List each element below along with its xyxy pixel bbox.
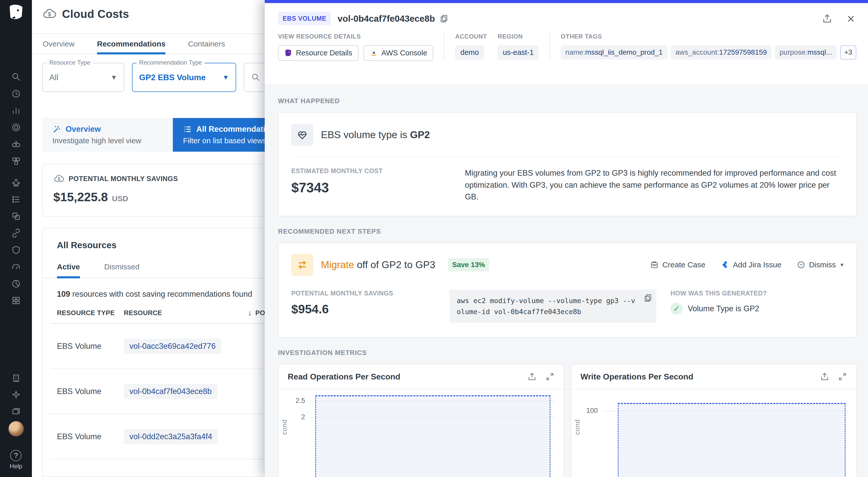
savings-currency: USD: [112, 194, 128, 203]
cli-command: aws ec2 modify-volume --volume-type gp3 …: [457, 295, 639, 317]
column-potential-savings[interactable]: ↓POTENTIAL SAVINGS: [248, 308, 265, 317]
tag[interactable]: name:mssql_iis_demo_prod_1: [561, 45, 667, 59]
caret-down-icon: ▼: [215, 73, 229, 82]
help-label[interactable]: Help: [10, 463, 22, 470]
expand-icon[interactable]: [838, 372, 847, 381]
tab-dismissed[interactable]: Dismissed: [104, 263, 140, 278]
column-resource[interactable]: RESOURCE: [124, 309, 234, 317]
resource-link[interactable]: vol-0acc3e69ca42ed776: [124, 338, 221, 354]
aws-console-button[interactable]: a AWS Console: [364, 45, 433, 61]
investigation-metrics-heading: INVESTIGATION METRICS: [278, 349, 857, 357]
cubes-icon[interactable]: [11, 156, 21, 166]
view-card-all-recommendations[interactable]: All Recommendations Filter on list based…: [173, 118, 265, 152]
region-value[interactable]: us-east-1: [498, 45, 539, 60]
more-tags-button[interactable]: +3: [840, 46, 856, 59]
dismiss-circle-icon: [797, 261, 805, 269]
create-case-button[interactable]: Create Case: [650, 261, 705, 269]
account-value[interactable]: demo: [455, 45, 484, 60]
dismiss-button[interactable]: Dismiss ▾: [797, 261, 843, 269]
resource-type-select[interactable]: Resource Type All ▼: [42, 63, 124, 92]
export-icon[interactable]: [527, 372, 537, 381]
resource-detail-panel: EBS VOLUME vol-0b4caf7fe043ece8b × VIEW …: [265, 0, 868, 477]
add-jira-issue-button[interactable]: Add Jira Issue: [721, 261, 781, 269]
export-icon[interactable]: [822, 13, 832, 24]
recommendation-type-label: Recommendation Type: [136, 59, 205, 66]
cluster-icon[interactable]: [11, 178, 21, 187]
read-ops-chart-card: Read Operations Per Second cond 2.5 2: [278, 364, 564, 477]
resource-link[interactable]: vol-0dd2ec3a25a3fa4f4: [124, 429, 218, 444]
table-row[interactable]: EBS Volume vol-0acc3e69ca42ed776: [50, 324, 265, 369]
windows-icon[interactable]: [11, 211, 21, 221]
chart-title: Write Operations Per Second: [581, 372, 693, 382]
cloud-dollar-icon: $: [53, 173, 65, 184]
log-list-icon[interactable]: [11, 195, 21, 204]
help-icon[interactable]: ?: [10, 450, 22, 461]
event-title: EBS volume type is GP2: [321, 129, 430, 141]
what-happened-card: EBS volume type is GP2 ESTIMATED MONTHLY…: [278, 112, 857, 216]
resource-details-button[interactable]: Resource Details: [278, 45, 359, 61]
potential-savings-card: $ POTENTIAL MONTHLY SAVINGS $15,225.8 US…: [42, 164, 265, 216]
view-card-title: All Recommendations: [196, 125, 265, 134]
list-icon: [183, 125, 192, 134]
tab-active[interactable]: Active: [57, 263, 80, 278]
bar-chart-icon[interactable]: [11, 106, 21, 115]
view-card-title: Overview: [66, 125, 101, 134]
app-sidebar: ? Help: [0, 0, 32, 477]
savings-label: POTENTIAL MONTHLY SAVINGS: [69, 175, 178, 183]
y-axis-label: cond: [574, 419, 581, 435]
tab-recommendations[interactable]: Recommendations: [97, 34, 165, 54]
svg-text:$: $: [58, 176, 60, 181]
aws-icon: a: [370, 49, 378, 57]
view-card-overview[interactable]: Overview Investigate high level view: [42, 118, 173, 152]
sparkle-icon[interactable]: [11, 390, 21, 400]
what-happened-heading: WHAT HAPPENED: [278, 97, 857, 105]
table-row[interactable]: EBS Volume vol-0b4caf7fe043ece8b: [50, 369, 265, 414]
view-card-subtitle: Investigate high level view: [52, 137, 163, 145]
search-icon: [251, 72, 261, 82]
page-tabs: Overview Recommendations Containers: [32, 33, 265, 54]
column-resource-type[interactable]: RESOURCE TYPE: [57, 309, 124, 317]
datadog-logo-icon[interactable]: [6, 3, 26, 23]
shield-icon[interactable]: [11, 245, 21, 255]
all-resources-card: All Resources Active Dismissed 109 resou…: [42, 228, 265, 477]
wand-icon: [52, 125, 62, 134]
gauge-icon[interactable]: [11, 262, 21, 272]
recommendation-type-value: GP2 EBS Volume: [139, 73, 206, 82]
copy-icon[interactable]: [440, 14, 448, 23]
table-row[interactable]: EBS Volume vol-0dd2ec3a25a3fa4f4: [50, 414, 265, 459]
grid-icon[interactable]: [11, 296, 21, 305]
divider: [549, 33, 550, 61]
potential-savings-label: POTENTIAL MONTHLY SAVINGS: [291, 290, 436, 297]
write-ops-plot[interactable]: cond 100: [571, 390, 857, 477]
link-icon[interactable]: [11, 228, 21, 238]
recommendation-type-select[interactable]: Recommendation Type GP2 EBS Volume ▼: [132, 63, 236, 92]
next-steps-heading: RECOMMENDED NEXT STEPS: [278, 228, 857, 235]
read-ops-plot[interactable]: cond 2.5 2: [279, 390, 564, 477]
binoculars-icon[interactable]: [11, 140, 21, 149]
copy-icon[interactable]: [644, 294, 652, 302]
layers-icon[interactable]: [11, 407, 21, 417]
resource-link[interactable]: vol-0b4caf7fe043ece8b: [124, 384, 217, 399]
target-icon[interactable]: [11, 123, 21, 132]
tag[interactable]: aws_account:172597598159: [671, 45, 772, 59]
generated-reason: Volume Type is GP2: [688, 304, 759, 313]
resources-table: RESOURCE TYPE RESOURCE ↓POTENTIAL SAVING…: [50, 308, 265, 459]
user-avatar[interactable]: [8, 421, 24, 437]
generated-label: HOW WAS THIS GENERATED?: [671, 290, 843, 297]
chart-title: Read Operations Per Second: [288, 372, 400, 382]
filter-search-input[interactable]: Filter: [244, 63, 265, 92]
tag[interactable]: purpose:mssql...: [775, 45, 837, 59]
tab-containers[interactable]: Containers: [188, 34, 225, 54]
close-icon[interactable]: ×: [847, 12, 855, 25]
search-icon[interactable]: [11, 72, 21, 82]
clock-icon[interactable]: [11, 89, 21, 98]
caret-down-icon: ▼: [103, 73, 117, 82]
y-tick: 2: [288, 413, 305, 421]
migrate-swap-icon: [291, 254, 313, 276]
potential-savings-value: $954.6: [291, 302, 436, 316]
building-icon[interactable]: [11, 373, 21, 383]
export-icon[interactable]: [820, 372, 829, 381]
tab-overview[interactable]: Overview: [43, 34, 74, 54]
pie-icon[interactable]: [11, 279, 21, 289]
expand-icon[interactable]: [545, 372, 555, 381]
